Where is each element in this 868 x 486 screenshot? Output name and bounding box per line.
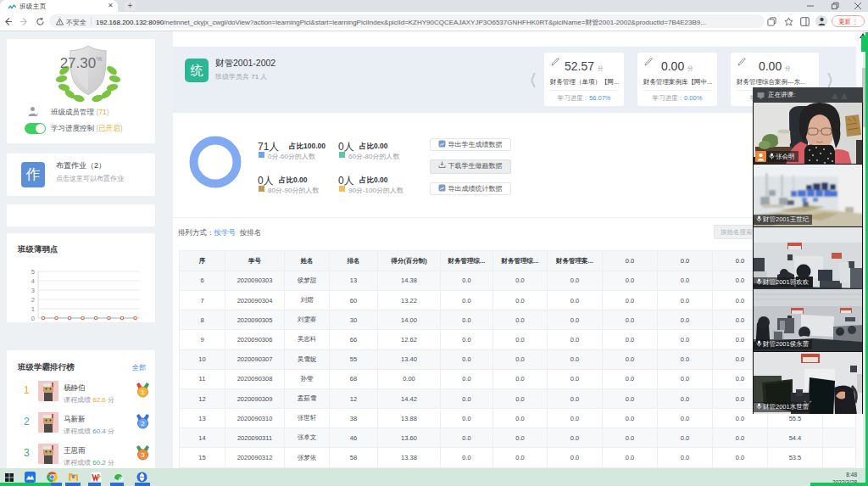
svg-text:5: 5 <box>31 268 35 276</box>
svg-text:2: 2 <box>31 296 35 304</box>
svg-text:0: 0 <box>31 315 35 322</box>
svg-text:1: 1 <box>141 388 145 396</box>
svg-text:4: 4 <box>31 277 35 285</box>
svg-text:3: 3 <box>31 287 35 294</box>
svg-text:2: 2 <box>141 420 145 427</box>
svg-text:3: 3 <box>141 451 145 459</box>
svg-text:1: 1 <box>31 305 35 313</box>
